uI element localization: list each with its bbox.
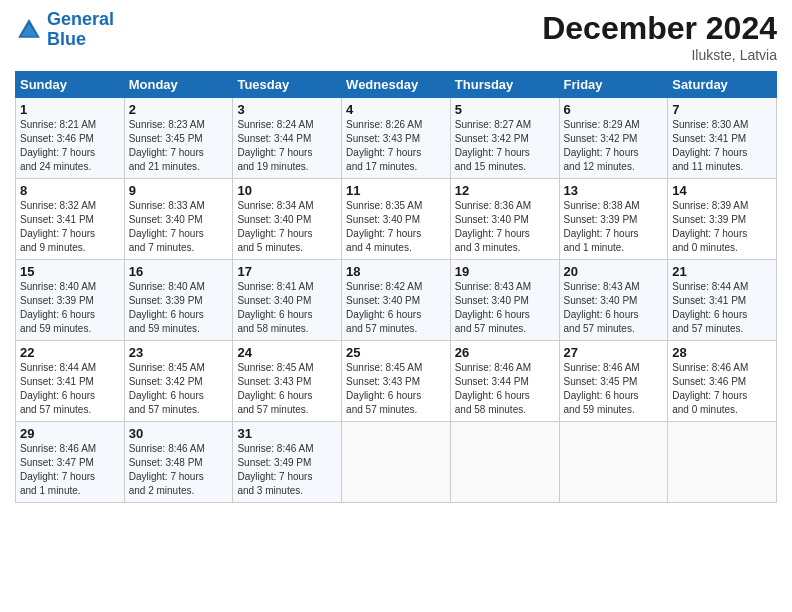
day-info: Sunrise: 8:34 AM Sunset: 3:40 PM Dayligh… — [237, 199, 337, 255]
col-tuesday: Tuesday — [233, 72, 342, 98]
col-monday: Monday — [124, 72, 233, 98]
calendar-cell: 9Sunrise: 8:33 AM Sunset: 3:40 PM Daylig… — [124, 179, 233, 260]
calendar-table: Sunday Monday Tuesday Wednesday Thursday… — [15, 71, 777, 503]
calendar-cell: 2Sunrise: 8:23 AM Sunset: 3:45 PM Daylig… — [124, 98, 233, 179]
calendar-cell: 18Sunrise: 8:42 AM Sunset: 3:40 PM Dayli… — [342, 260, 451, 341]
day-number: 16 — [129, 264, 229, 279]
calendar-cell: 12Sunrise: 8:36 AM Sunset: 3:40 PM Dayli… — [450, 179, 559, 260]
logo-line1: General — [47, 9, 114, 29]
day-info: Sunrise: 8:43 AM Sunset: 3:40 PM Dayligh… — [564, 280, 664, 336]
day-info: Sunrise: 8:38 AM Sunset: 3:39 PM Dayligh… — [564, 199, 664, 255]
day-info: Sunrise: 8:39 AM Sunset: 3:39 PM Dayligh… — [672, 199, 772, 255]
calendar-cell: 6Sunrise: 8:29 AM Sunset: 3:42 PM Daylig… — [559, 98, 668, 179]
day-number: 13 — [564, 183, 664, 198]
day-info: Sunrise: 8:46 AM Sunset: 3:48 PM Dayligh… — [129, 442, 229, 498]
day-info: Sunrise: 8:30 AM Sunset: 3:41 PM Dayligh… — [672, 118, 772, 174]
day-info: Sunrise: 8:46 AM Sunset: 3:45 PM Dayligh… — [564, 361, 664, 417]
day-number: 29 — [20, 426, 120, 441]
day-number: 28 — [672, 345, 772, 360]
day-number: 30 — [129, 426, 229, 441]
day-number: 3 — [237, 102, 337, 117]
day-number: 7 — [672, 102, 772, 117]
title-block: December 2024 Ilukste, Latvia — [542, 10, 777, 63]
day-number: 6 — [564, 102, 664, 117]
page-container: General Blue December 2024 Ilukste, Latv… — [0, 0, 792, 513]
calendar-cell: 16Sunrise: 8:40 AM Sunset: 3:39 PM Dayli… — [124, 260, 233, 341]
calendar-week-1: 1Sunrise: 8:21 AM Sunset: 3:46 PM Daylig… — [16, 98, 777, 179]
logo: General Blue — [15, 10, 114, 50]
day-number: 23 — [129, 345, 229, 360]
calendar-cell: 10Sunrise: 8:34 AM Sunset: 3:40 PM Dayli… — [233, 179, 342, 260]
calendar-cell: 7Sunrise: 8:30 AM Sunset: 3:41 PM Daylig… — [668, 98, 777, 179]
calendar-week-4: 22Sunrise: 8:44 AM Sunset: 3:41 PM Dayli… — [16, 341, 777, 422]
day-info: Sunrise: 8:45 AM Sunset: 3:43 PM Dayligh… — [237, 361, 337, 417]
day-info: Sunrise: 8:45 AM Sunset: 3:42 PM Dayligh… — [129, 361, 229, 417]
day-number: 18 — [346, 264, 446, 279]
calendar-body: 1Sunrise: 8:21 AM Sunset: 3:46 PM Daylig… — [16, 98, 777, 503]
calendar-cell: 21Sunrise: 8:44 AM Sunset: 3:41 PM Dayli… — [668, 260, 777, 341]
calendar-cell: 25Sunrise: 8:45 AM Sunset: 3:43 PM Dayli… — [342, 341, 451, 422]
day-info: Sunrise: 8:44 AM Sunset: 3:41 PM Dayligh… — [672, 280, 772, 336]
calendar-cell: 28Sunrise: 8:46 AM Sunset: 3:46 PM Dayli… — [668, 341, 777, 422]
day-info: Sunrise: 8:41 AM Sunset: 3:40 PM Dayligh… — [237, 280, 337, 336]
calendar-cell: 13Sunrise: 8:38 AM Sunset: 3:39 PM Dayli… — [559, 179, 668, 260]
calendar-week-3: 15Sunrise: 8:40 AM Sunset: 3:39 PM Dayli… — [16, 260, 777, 341]
calendar-cell: 1Sunrise: 8:21 AM Sunset: 3:46 PM Daylig… — [16, 98, 125, 179]
calendar-cell: 11Sunrise: 8:35 AM Sunset: 3:40 PM Dayli… — [342, 179, 451, 260]
day-info: Sunrise: 8:27 AM Sunset: 3:42 PM Dayligh… — [455, 118, 555, 174]
page-subtitle: Ilukste, Latvia — [542, 47, 777, 63]
calendar-cell: 30Sunrise: 8:46 AM Sunset: 3:48 PM Dayli… — [124, 422, 233, 503]
day-number: 19 — [455, 264, 555, 279]
calendar-cell — [559, 422, 668, 503]
calendar-cell: 27Sunrise: 8:46 AM Sunset: 3:45 PM Dayli… — [559, 341, 668, 422]
day-number: 17 — [237, 264, 337, 279]
day-info: Sunrise: 8:44 AM Sunset: 3:41 PM Dayligh… — [20, 361, 120, 417]
calendar-week-2: 8Sunrise: 8:32 AM Sunset: 3:41 PM Daylig… — [16, 179, 777, 260]
day-number: 21 — [672, 264, 772, 279]
day-number: 27 — [564, 345, 664, 360]
day-info: Sunrise: 8:46 AM Sunset: 3:46 PM Dayligh… — [672, 361, 772, 417]
calendar-cell — [668, 422, 777, 503]
day-info: Sunrise: 8:24 AM Sunset: 3:44 PM Dayligh… — [237, 118, 337, 174]
day-info: Sunrise: 8:35 AM Sunset: 3:40 PM Dayligh… — [346, 199, 446, 255]
day-number: 4 — [346, 102, 446, 117]
day-info: Sunrise: 8:40 AM Sunset: 3:39 PM Dayligh… — [20, 280, 120, 336]
day-number: 24 — [237, 345, 337, 360]
day-number: 14 — [672, 183, 772, 198]
calendar-header: Sunday Monday Tuesday Wednesday Thursday… — [16, 72, 777, 98]
calendar-cell: 3Sunrise: 8:24 AM Sunset: 3:44 PM Daylig… — [233, 98, 342, 179]
header-row: Sunday Monday Tuesday Wednesday Thursday… — [16, 72, 777, 98]
col-sunday: Sunday — [16, 72, 125, 98]
day-number: 11 — [346, 183, 446, 198]
logo-icon — [15, 16, 43, 44]
calendar-cell: 26Sunrise: 8:46 AM Sunset: 3:44 PM Dayli… — [450, 341, 559, 422]
day-info: Sunrise: 8:46 AM Sunset: 3:47 PM Dayligh… — [20, 442, 120, 498]
day-number: 8 — [20, 183, 120, 198]
col-thursday: Thursday — [450, 72, 559, 98]
day-info: Sunrise: 8:42 AM Sunset: 3:40 PM Dayligh… — [346, 280, 446, 336]
calendar-cell: 31Sunrise: 8:46 AM Sunset: 3:49 PM Dayli… — [233, 422, 342, 503]
calendar-cell: 14Sunrise: 8:39 AM Sunset: 3:39 PM Dayli… — [668, 179, 777, 260]
day-info: Sunrise: 8:36 AM Sunset: 3:40 PM Dayligh… — [455, 199, 555, 255]
calendar-cell: 24Sunrise: 8:45 AM Sunset: 3:43 PM Dayli… — [233, 341, 342, 422]
day-number: 20 — [564, 264, 664, 279]
calendar-cell: 15Sunrise: 8:40 AM Sunset: 3:39 PM Dayli… — [16, 260, 125, 341]
day-info: Sunrise: 8:29 AM Sunset: 3:42 PM Dayligh… — [564, 118, 664, 174]
calendar-cell — [342, 422, 451, 503]
day-info: Sunrise: 8:40 AM Sunset: 3:39 PM Dayligh… — [129, 280, 229, 336]
calendar-cell: 20Sunrise: 8:43 AM Sunset: 3:40 PM Dayli… — [559, 260, 668, 341]
calendar-cell: 17Sunrise: 8:41 AM Sunset: 3:40 PM Dayli… — [233, 260, 342, 341]
day-number: 26 — [455, 345, 555, 360]
day-info: Sunrise: 8:46 AM Sunset: 3:49 PM Dayligh… — [237, 442, 337, 498]
calendar-cell: 4Sunrise: 8:26 AM Sunset: 3:43 PM Daylig… — [342, 98, 451, 179]
logo-text: General Blue — [47, 10, 114, 50]
day-number: 2 — [129, 102, 229, 117]
header: General Blue December 2024 Ilukste, Latv… — [15, 10, 777, 63]
day-number: 10 — [237, 183, 337, 198]
day-number: 22 — [20, 345, 120, 360]
col-wednesday: Wednesday — [342, 72, 451, 98]
calendar-cell: 29Sunrise: 8:46 AM Sunset: 3:47 PM Dayli… — [16, 422, 125, 503]
day-number: 5 — [455, 102, 555, 117]
col-saturday: Saturday — [668, 72, 777, 98]
day-number: 25 — [346, 345, 446, 360]
